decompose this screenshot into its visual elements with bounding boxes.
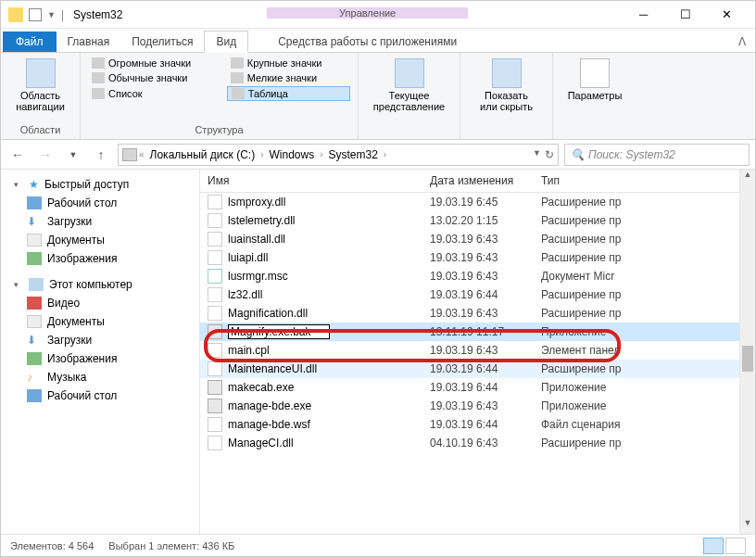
maximize-button[interactable]: ☐ (664, 2, 706, 28)
file-type: Элемент панел (534, 344, 755, 357)
nav-documents[interactable]: Документы (1, 231, 199, 249)
file-row[interactable]: luainstall.dll19.03.19 6:43Расширение пр (200, 230, 755, 248)
file-row[interactable]: main.cpl19.03.19 6:43Элемент панел (200, 341, 755, 360)
file-name: lusrmgr.msc (228, 270, 288, 283)
breadcrumb[interactable]: « Локальный диск (C:) › Windows › System… (118, 144, 559, 166)
current-view-button[interactable]: Текущее представление (370, 57, 448, 114)
file-name: Magnification.dll (228, 307, 308, 320)
file-row[interactable]: MaintenanceUI.dll19.03.19 6:44Расширение… (200, 360, 755, 378)
file-row[interactable]: luiapi.dll19.03.19 6:43Расширение пр (200, 248, 755, 267)
nav-video[interactable]: Видео (1, 294, 199, 312)
file-row[interactable]: lusrmgr.msc19.03.19 6:43Документ Micr (200, 267, 755, 285)
scroll-down-button[interactable]: ▼ (740, 518, 755, 534)
recent-button[interactable]: ▼ (62, 144, 84, 166)
file-row[interactable]: lstelemetry.dll13.02.20 1:15Расширение п… (200, 211, 755, 230)
show-hide-button[interactable]: Показать или скрыть (476, 57, 536, 114)
current-view-icon (395, 58, 424, 88)
col-name[interactable]: Имя (200, 170, 422, 192)
file-icon (208, 380, 222, 395)
nav-documents2[interactable]: Документы (1, 312, 199, 331)
file-icon (208, 213, 222, 228)
ribbon: Область навигации Области Огромные значк… (1, 53, 755, 140)
folder-icon (8, 7, 23, 22)
nav-quick-access[interactable]: ▾★Быстрый доступ (1, 175, 199, 194)
file-icon (208, 399, 222, 413)
address-dropdown-button[interactable]: ▼ (533, 148, 541, 161)
tab-share[interactable]: Поделиться (120, 32, 204, 52)
nav-downloads2[interactable]: ⬇Загрузки (1, 331, 199, 349)
crumb-system32[interactable]: System32 (325, 148, 382, 161)
quick-access-icon[interactable] (29, 8, 42, 21)
search-icon: 🔍 (571, 148, 585, 161)
refresh-button[interactable]: ↻ (545, 148, 554, 161)
file-row[interactable]: manage-bde.exe19.03.19 6:43Приложение (200, 397, 755, 415)
window-title: System32 (73, 8, 122, 21)
nav-pictures[interactable]: Изображения (1, 249, 199, 268)
crumb-drive[interactable]: Локальный диск (C:) (146, 148, 259, 161)
up-button[interactable]: ↑ (90, 144, 112, 166)
minimize-button[interactable]: ─ (623, 2, 664, 28)
status-bar: Элементов: 4 564 Выбран 1 элемент: 436 К… (1, 534, 755, 556)
crumb-windows[interactable]: Windows (265, 148, 318, 161)
tab-file[interactable]: Файл (3, 32, 57, 52)
body: ▾★Быстрый доступ Рабочий стол ⬇Загрузки … (1, 170, 755, 534)
tab-app-tools[interactable]: Средства работы с приложениями (267, 32, 468, 52)
file-row[interactable]: makecab.exe19.03.19 6:44Приложение (200, 378, 755, 397)
forward-button[interactable]: → (34, 144, 57, 166)
nav-pictures2[interactable]: Изображения (1, 349, 199, 368)
tab-view[interactable]: Вид (204, 31, 248, 53)
file-icon (208, 232, 222, 247)
search-placeholder: Поиск: System32 (588, 148, 675, 161)
file-row[interactable]: Magnification.dll19.03.19 6:43Расширение… (200, 304, 755, 323)
scrollbar-thumb[interactable] (742, 346, 753, 372)
view-extra-large[interactable]: Огромные значки (88, 57, 220, 70)
file-row[interactable]: 13.11.19 11:17Приложение (200, 323, 755, 341)
explorer-window: ▼ | System32 ─ ☐ ✕ Файл Главная Поделить… (0, 0, 756, 557)
nav-music[interactable]: ♪Музыка (1, 368, 199, 386)
file-date: 13.02.20 1:15 (422, 214, 534, 227)
nav-downloads[interactable]: ⬇Загрузки (1, 212, 199, 231)
file-row[interactable]: manage-bde.wsf19.03.19 6:44Файл сценария (200, 415, 755, 434)
view-small[interactable]: Мелкие значки (227, 71, 350, 84)
file-date: 19.03.19 6:43 (422, 344, 534, 357)
chevron-down-icon[interactable]: ▼ (47, 10, 56, 19)
close-button[interactable]: ✕ (706, 2, 748, 28)
file-icon (208, 250, 222, 265)
nav-desktop2[interactable]: Рабочий стол (1, 386, 199, 405)
file-icon (208, 287, 222, 302)
back-button[interactable]: ← (6, 144, 29, 166)
thumbnails-view-button[interactable] (725, 538, 746, 554)
view-details[interactable]: Таблица (227, 86, 350, 101)
file-list-pane: Имя Дата изменения Тип lsmproxy.dll19.03… (200, 170, 755, 534)
col-type[interactable]: Тип (534, 170, 755, 192)
col-date[interactable]: Дата изменения (422, 170, 534, 192)
scroll-up-button[interactable]: ▲ (740, 170, 755, 185)
view-list[interactable]: Список (88, 86, 220, 101)
rename-input[interactable] (228, 324, 330, 339)
file-type: Файл сценария (534, 418, 755, 431)
file-date: 19.03.19 6:44 (422, 362, 534, 375)
file-type: Расширение пр (534, 251, 755, 264)
file-type: Расширение пр (534, 437, 755, 449)
view-large[interactable]: Крупные значки (227, 57, 350, 70)
nav-pane-button[interactable]: Область навигации (8, 57, 72, 114)
file-row[interactable]: lsmproxy.dll19.03.19 6:45Расширение пр (200, 193, 755, 211)
file-icon (208, 324, 222, 339)
file-icon (208, 306, 222, 321)
file-type: Приложение (534, 399, 755, 412)
options-button[interactable]: Параметры (564, 57, 626, 103)
scrollbar[interactable]: ▲ ▼ (739, 170, 755, 534)
ribbon-collapse-button[interactable]: ᐱ (729, 32, 755, 52)
file-type: Расширение пр (534, 307, 755, 320)
view-medium[interactable]: Обычные значки (88, 71, 220, 84)
show-hide-icon (492, 58, 522, 88)
tab-home[interactable]: Главная (57, 32, 121, 52)
file-row[interactable]: ManageCI.dll04.10.19 6:43Расширение пр (200, 434, 755, 452)
file-date: 19.03.19 6:43 (422, 399, 534, 412)
details-view-button[interactable] (703, 538, 724, 554)
file-row[interactable]: lz32.dll19.03.19 6:44Расширение пр (200, 285, 755, 304)
nav-this-pc[interactable]: ▾Этот компьютер (1, 275, 199, 294)
search-input[interactable]: 🔍 Поиск: System32 (564, 144, 750, 166)
address-bar: ← → ▼ ↑ « Локальный диск (C:) › Windows … (1, 140, 755, 170)
nav-desktop[interactable]: Рабочий стол (1, 194, 199, 212)
